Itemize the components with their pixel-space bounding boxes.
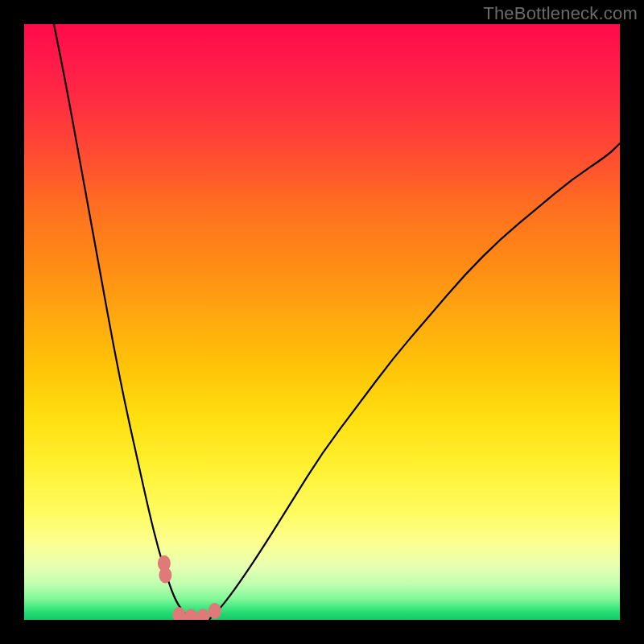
curve-right-branch <box>208 143 620 620</box>
curve-left-branch <box>54 24 191 620</box>
highlight-dot <box>208 603 221 619</box>
plot-area <box>24 24 620 620</box>
highlight-dot <box>196 609 209 620</box>
highlight-dot <box>159 568 171 584</box>
chart-frame: TheBottleneck.com <box>0 0 644 644</box>
highlight-dots <box>158 555 221 620</box>
watermark-text: TheBottleneck.com <box>483 3 638 24</box>
curve-layer <box>24 24 620 620</box>
highlight-dot <box>172 607 185 620</box>
highlight-dot <box>184 609 197 620</box>
